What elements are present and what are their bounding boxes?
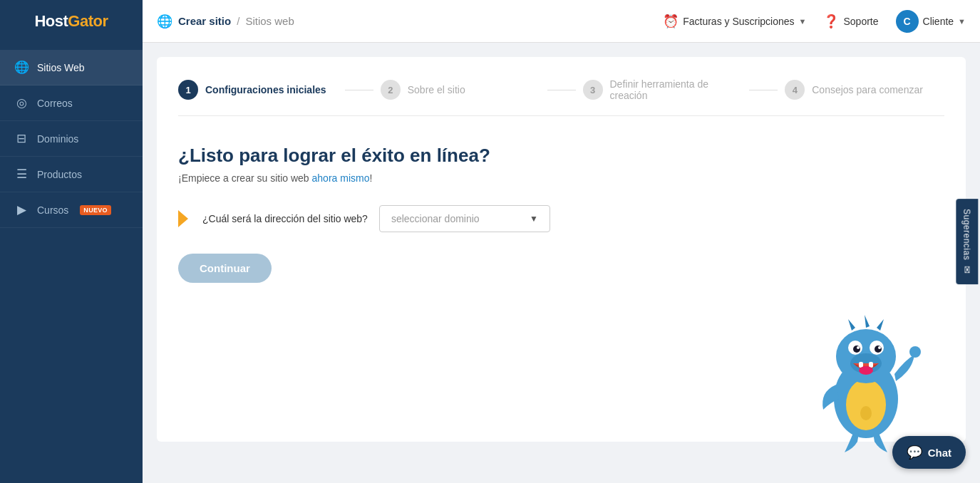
breadcrumb-separator: / <box>237 15 239 27</box>
sidebar-item-dominios[interactable]: ⊟ Dominios <box>0 121 143 157</box>
svg-point-17 <box>860 406 872 420</box>
step-divider-1 <box>345 90 373 90</box>
client-label: Cliente <box>923 16 954 27</box>
support-menu[interactable]: ❓ Soporte <box>823 14 878 29</box>
envelope-icon: ✉ <box>962 266 973 274</box>
step-2: 2 Sobre el sitio <box>381 80 540 100</box>
client-chevron: ▼ <box>958 17 966 26</box>
step-divider-2 <box>547 90 576 90</box>
step-4-label: Consejos para comenzar <box>812 84 923 95</box>
sidebar-item-cursos[interactable]: ▶ Cursos NUEVO <box>0 192 143 228</box>
step-3: 3 Definir herramienta de creación <box>583 78 743 101</box>
dominios-icon: ⊟ <box>14 131 29 146</box>
svg-point-8 <box>878 346 881 349</box>
step-3-number: 3 <box>583 80 603 100</box>
breadcrumb-parent[interactable]: Sitios web <box>245 15 294 27</box>
header: HostGator 🌐 Crear sitio / Sitios web ⏰ F… <box>0 0 980 43</box>
svg-point-12 <box>859 366 873 375</box>
globe-icon: 🌐 <box>157 14 172 29</box>
sitios-web-icon: 🌐 <box>14 60 29 75</box>
mascot <box>809 299 923 442</box>
sugerencias-tab[interactable]: Sugerencias ✉ <box>956 199 979 284</box>
page-title: ¿Listo para lograr el éxito en línea? <box>178 145 944 167</box>
step-4-number: 4 <box>785 80 805 100</box>
continue-button[interactable]: Continuar <box>178 254 272 283</box>
sidebar-item-correos[interactable]: ◎ Correos <box>0 85 143 121</box>
chevron-down-icon: ▼ <box>530 214 538 224</box>
svg-point-5 <box>853 346 860 353</box>
step-3-label: Definir herramienta de creación <box>610 78 743 101</box>
subtitle-prefix: ¡Empiece a crear su sitio web <box>178 172 312 184</box>
avatar: C <box>896 10 919 33</box>
step-1: 1 Configuraciones iniciales <box>178 80 338 100</box>
chat-bubble-icon: 💬 <box>907 445 922 460</box>
svg-point-6 <box>875 346 882 353</box>
sidebar-item-productos[interactable]: ☰ Productos <box>0 157 143 192</box>
page-subtitle: ¡Empiece a crear su sitio web ahora mism… <box>178 172 944 184</box>
sugerencias-label: Sugerencias <box>962 209 972 260</box>
subtitle-highlight: ahora mismo <box>312 172 370 184</box>
step-4: 4 Consejos para comenzar <box>785 80 944 100</box>
flag-icon <box>178 210 188 227</box>
logo: HostGator <box>0 0 143 43</box>
sidebar-item-sitios-web[interactable]: 🌐 Sitios Web <box>0 50 143 85</box>
chat-button[interactable]: 💬 Chat <box>892 436 966 469</box>
support-label: Soporte <box>843 16 878 27</box>
step-2-label: Sobre el sitio <box>408 84 465 95</box>
sidebar-item-label: Sitios Web <box>37 62 85 73</box>
sidebar-item-label: Productos <box>37 169 82 180</box>
billing-menu[interactable]: ⏰ Facturas y Suscripciones ▼ <box>663 14 806 29</box>
sidebar-item-label: Correos <box>37 98 73 109</box>
logo-text: HostGator <box>34 12 108 31</box>
breadcrumb: 🌐 Crear sitio / Sitios web <box>157 14 663 29</box>
step-divider-3 <box>749 90 778 90</box>
step-1-number: 1 <box>178 80 198 100</box>
svg-point-1 <box>846 379 886 430</box>
client-menu[interactable]: C Cliente ▼ <box>896 10 966 33</box>
support-icon: ❓ <box>823 14 839 29</box>
svg-marker-14 <box>848 319 855 331</box>
main-card: 1 Configuraciones iniciales 2 Sobre el s… <box>157 57 966 442</box>
svg-point-7 <box>857 346 860 349</box>
cursos-icon: ▶ <box>14 202 29 217</box>
domain-select[interactable]: seleccionar dominio ▼ <box>379 205 550 232</box>
chat-label: Chat <box>928 447 951 459</box>
billing-chevron: ▼ <box>799 17 807 26</box>
sidebar-item-label: Dominios <box>37 133 78 145</box>
domain-row: ¿Cuál será la dirección del sitio web? s… <box>178 205 944 232</box>
billing-icon: ⏰ <box>663 14 679 29</box>
svg-marker-16 <box>877 319 884 331</box>
domain-question: ¿Cuál será la dirección del sitio web? <box>202 213 368 224</box>
layout: 🌐 Sitios Web ◎ Correos ⊟ Dominios ☰ Prod… <box>0 43 980 483</box>
step-1-label: Configuraciones iniciales <box>205 84 326 95</box>
nuevo-badge: NUEVO <box>80 205 111 215</box>
domain-placeholder: seleccionar dominio <box>391 213 480 224</box>
productos-icon: ☰ <box>14 167 29 182</box>
step-2-number: 2 <box>381 80 401 100</box>
billing-label: Facturas y Suscripciones <box>683 16 794 27</box>
steps-bar: 1 Configuraciones iniciales 2 Sobre el s… <box>178 78 944 116</box>
svg-point-13 <box>909 346 921 358</box>
correos-icon: ◎ <box>14 95 29 110</box>
header-actions: ⏰ Facturas y Suscripciones ▼ ❓ Soporte C… <box>663 10 966 33</box>
breadcrumb-current[interactable]: Crear sitio <box>178 15 231 27</box>
sidebar-item-label: Cursos <box>37 204 68 216</box>
subtitle-suffix: ! <box>369 172 372 184</box>
svg-marker-15 <box>865 315 870 328</box>
sidebar: 🌐 Sitios Web ◎ Correos ⊟ Dominios ☰ Prod… <box>0 43 143 483</box>
main-content: 1 Configuraciones iniciales 2 Sobre el s… <box>143 43 980 483</box>
